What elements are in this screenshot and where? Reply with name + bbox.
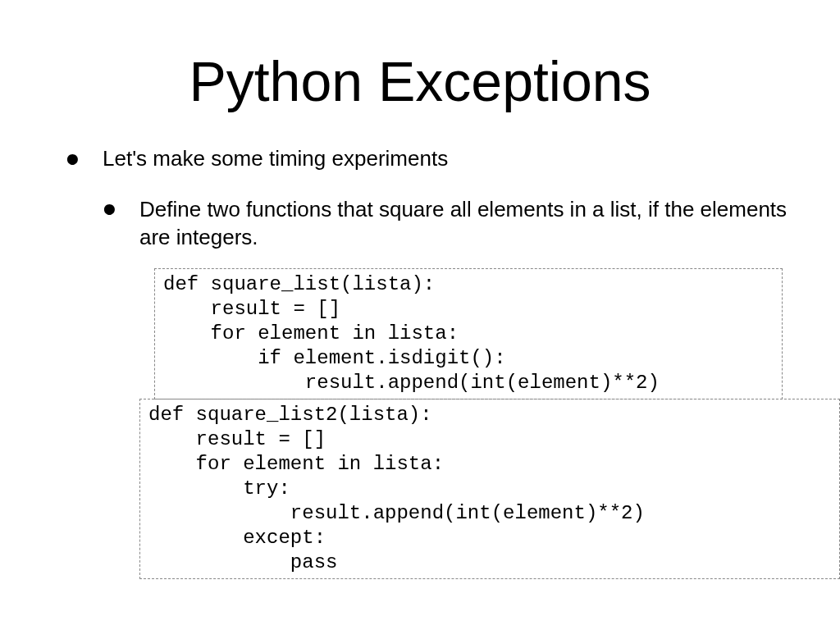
code-block-2: def square_list2(lista): result = [] for… bbox=[139, 399, 840, 579]
nested-bullet-text-1: Define two functions that square all ele… bbox=[139, 197, 787, 249]
code-block-1: def square_list(lista): result = [] for … bbox=[154, 268, 783, 399]
nested-bullet-item-1: Define two functions that square all ele… bbox=[103, 196, 799, 579]
nested-bullet-list: Define two functions that square all ele… bbox=[103, 196, 799, 579]
main-bullet-list: Let's make some timing experiments Defin… bbox=[41, 146, 799, 579]
bullet-text-1: Let's make some timing experiments bbox=[103, 146, 448, 171]
bullet-item-1: Let's make some timing experiments Defin… bbox=[66, 146, 799, 579]
slide-title: Python Exceptions bbox=[41, 49, 799, 113]
slide-container: Python Exceptions Let's make some timing… bbox=[0, 0, 840, 630]
